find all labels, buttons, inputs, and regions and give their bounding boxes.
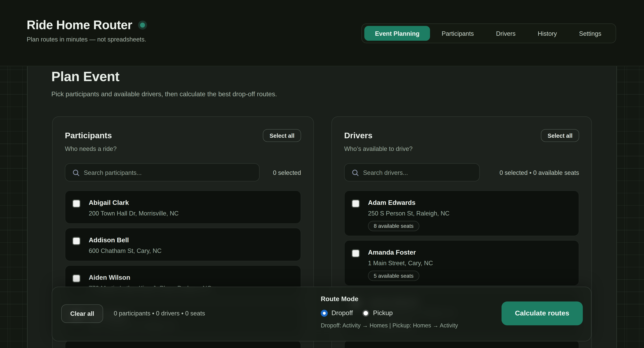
driver-seats-badge: 5 available seats bbox=[368, 271, 420, 281]
driver-checkbox[interactable] bbox=[352, 200, 360, 208]
participant-name: Aiden Wilson bbox=[89, 274, 293, 281]
clear-all-button[interactable]: Clear all bbox=[61, 304, 103, 323]
participants-panel-title: Participants bbox=[65, 129, 112, 140]
route-mode-option-label: Pickup bbox=[373, 309, 393, 317]
driver-row[interactable]: Adam Edwards 250 S Person St, Raleigh, N… bbox=[344, 190, 579, 236]
tab-history[interactable]: History bbox=[527, 26, 568, 41]
drivers-selected-count: 0 selected • 0 available seats bbox=[500, 169, 579, 176]
radio-unselected-icon[interactable] bbox=[362, 309, 369, 316]
participant-checkbox[interactable] bbox=[72, 237, 80, 245]
drivers-panel-subtitle: Who’s available to drive? bbox=[344, 145, 579, 152]
participant-row[interactable]: Abigail Clark 200 Town Hall Dr, Morrisvi… bbox=[65, 190, 301, 224]
selection-summary: 0 participants • 0 drivers • 0 seats bbox=[114, 310, 205, 317]
route-mode-option-pickup[interactable]: Pickup bbox=[362, 309, 393, 317]
tab-participants[interactable]: Participants bbox=[431, 26, 484, 41]
driver-checkbox[interactable] bbox=[352, 249, 360, 257]
participant-checkbox[interactable] bbox=[72, 274, 80, 283]
selection-footer-bar: Clear all 0 participants • 0 drivers • 0… bbox=[52, 287, 591, 341]
tab-settings[interactable]: Settings bbox=[568, 26, 612, 41]
participants-search-box bbox=[65, 163, 260, 181]
driver-address: 250 S Person St, Raleigh, NC bbox=[368, 210, 572, 217]
brand: Ride Home Router Plan routes in minutes … bbox=[27, 18, 147, 43]
participant-checkbox[interactable] bbox=[72, 200, 80, 208]
participant-name: Addison Bell bbox=[89, 237, 293, 244]
participants-select-all-button[interactable]: Select all bbox=[263, 129, 301, 142]
driver-name: Amanda Foster bbox=[368, 249, 572, 256]
status-dot-icon bbox=[138, 21, 147, 30]
right-grid-gutter bbox=[617, 66, 644, 348]
participant-address: 600 Chatham St, Cary, NC bbox=[89, 247, 293, 254]
radio-selected-icon[interactable] bbox=[321, 309, 328, 316]
app-header: Ride Home Router Plan routes in minutes … bbox=[0, 0, 644, 66]
search-icon bbox=[352, 169, 359, 177]
app-tagline: Plan routes in minutes — not spreadsheet… bbox=[27, 36, 147, 43]
left-grid-gutter bbox=[0, 66, 27, 348]
participant-name: Abigail Clark bbox=[89, 199, 293, 207]
route-mode-hint: Dropoff: Activity → Homes | Pickup: Home… bbox=[321, 322, 458, 329]
driver-address: 1 Main Street, Cary, NC bbox=[368, 259, 572, 266]
app-window: Ride Home Router Plan routes in minutes … bbox=[0, 0, 644, 348]
drivers-select-all-button[interactable]: Select all bbox=[541, 129, 579, 142]
driver-row[interactable]: Amanda Foster 1 Main Street, Cary, NC 5 … bbox=[344, 240, 579, 286]
page-subtitle: Pick participants and available drivers,… bbox=[51, 91, 277, 98]
participants-search-input[interactable] bbox=[65, 164, 259, 181]
driver-seats-badge: 8 available seats bbox=[368, 221, 420, 231]
driver-name: Adam Edwards bbox=[368, 199, 572, 207]
route-mode-section: Route Mode Dropoff Pickup Dropoff: Activ… bbox=[321, 295, 458, 329]
participant-row[interactable]: Addison Bell 600 Chatham St, Cary, NC bbox=[65, 228, 301, 261]
tab-event-planning[interactable]: Event Planning bbox=[364, 26, 430, 41]
participants-selected-count: 0 selected bbox=[273, 169, 301, 176]
page-title: Plan Event bbox=[51, 69, 119, 84]
drivers-panel-title: Drivers bbox=[344, 129, 372, 140]
participants-panel-subtitle: Who needs a ride? bbox=[65, 145, 301, 152]
route-mode-label: Route Mode bbox=[321, 295, 458, 303]
route-mode-option-dropoff[interactable]: Dropoff bbox=[321, 309, 353, 317]
drivers-search-input[interactable] bbox=[345, 164, 479, 181]
search-icon bbox=[72, 169, 80, 177]
tab-drivers[interactable]: Drivers bbox=[486, 26, 526, 41]
calculate-routes-button[interactable]: Calculate routes bbox=[502, 301, 583, 325]
participant-address: 200 Town Hall Dr, Morrisville, NC bbox=[89, 210, 293, 217]
drivers-search-box bbox=[344, 163, 480, 181]
main-nav: Event Planning Participants Drivers Hist… bbox=[362, 24, 616, 43]
app-title: Ride Home Router bbox=[27, 18, 132, 32]
route-mode-option-label: Dropoff bbox=[332, 309, 353, 317]
